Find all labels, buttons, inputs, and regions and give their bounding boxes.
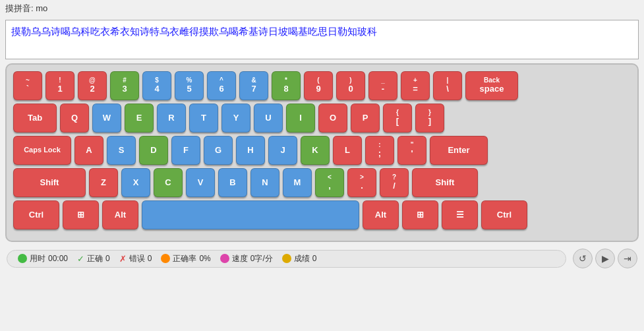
speed-label: 速度: [232, 253, 248, 264]
key-lbracket[interactable]: {[: [383, 104, 412, 133]
key-4[interactable]: $4: [142, 71, 171, 100]
key-space[interactable]: [142, 200, 359, 229]
correct-icon: ✓: [77, 254, 84, 264]
key-n[interactable]: N: [250, 168, 279, 197]
score-icon: [282, 254, 291, 263]
status-bar: 用时 00:00 ✓ 正确 0 ✗ 错误 0 正确率 0% 速度 0: [0, 245, 644, 272]
status-timer: 用时 00:00: [18, 253, 68, 264]
key-d[interactable]: D: [139, 136, 168, 165]
text-area[interactable]: 摸勒乌乌诗喝乌科吃衣希衣知诗特乌衣雌得摸欺乌喝希基诗日坡喝基吃思日勒知玻科: [5, 20, 639, 59]
key-rctrl[interactable]: Ctrl: [481, 200, 527, 229]
key-s[interactable]: S: [107, 136, 136, 165]
key-rwin[interactable]: ⊞: [402, 200, 438, 229]
speed-value: 0字/分: [250, 253, 273, 264]
typed-text: 摸勒乌乌诗喝乌科吃衣希衣知诗特乌衣雌得摸欺乌喝希基诗日坡喝基吃思日勒知玻科: [11, 26, 377, 37]
key-rbracket[interactable]: }]: [415, 104, 444, 133]
key-equals[interactable]: +=: [401, 71, 430, 100]
key-b[interactable]: B: [218, 168, 247, 197]
key-lalt[interactable]: Alt: [102, 200, 138, 229]
key-j[interactable]: J: [268, 136, 297, 165]
key-period[interactable]: >.: [347, 168, 376, 197]
key-menu[interactable]: ☰: [442, 200, 478, 229]
key-2[interactable]: @2: [78, 71, 107, 100]
status-score: 成绩 0: [282, 253, 317, 264]
status-speed: 速度 0字/分: [220, 253, 273, 264]
export-button[interactable]: ⇥: [618, 249, 637, 268]
key-l[interactable]: L: [333, 136, 362, 165]
key-a[interactable]: A: [74, 136, 103, 165]
key-row-bottom: Ctrl ⊞ Alt Alt ⊞ ☰ Ctrl: [13, 200, 631, 229]
app: 摸拼音: mo 摸勒乌乌诗喝乌科吃衣希衣知诗特乌衣雌得摸欺乌喝希基诗日坡喝基吃思…: [0, 0, 644, 272]
key-x[interactable]: X: [121, 168, 150, 197]
key-lwin[interactable]: ⊞: [63, 200, 99, 229]
timer-icon: [18, 254, 27, 263]
play-button[interactable]: ▶: [595, 249, 615, 268]
key-w[interactable]: W: [92, 104, 121, 133]
correct-label: 正确: [87, 253, 103, 264]
key-0[interactable]: )0: [336, 71, 365, 100]
key-o[interactable]: O: [318, 104, 347, 133]
key-ralt[interactable]: Alt: [363, 200, 399, 229]
key-enter[interactable]: Enter: [430, 136, 488, 165]
accuracy-label: 正确率: [173, 253, 196, 264]
key-comma[interactable]: <,: [315, 168, 344, 197]
key-v[interactable]: V: [186, 168, 215, 197]
key-t[interactable]: T: [189, 104, 218, 133]
accuracy-icon: [161, 254, 170, 263]
key-9[interactable]: (9: [304, 71, 333, 100]
key-semicolon[interactable]: :;: [365, 136, 394, 165]
key-5[interactable]: %5: [175, 71, 204, 100]
key-8[interactable]: *8: [272, 71, 301, 100]
status-correct: ✓ 正确 0: [77, 253, 110, 264]
key-backslash[interactable]: |\: [433, 71, 462, 100]
key-q[interactable]: Q: [60, 104, 89, 133]
score-label: 成绩: [294, 253, 310, 264]
key-backtick[interactable]: ~`: [13, 71, 42, 100]
key-backspace[interactable]: Backspace: [465, 71, 518, 100]
timer-value: 00:00: [48, 254, 68, 263]
key-y[interactable]: Y: [221, 104, 250, 133]
key-z[interactable]: Z: [89, 168, 118, 197]
key-p[interactable]: P: [351, 104, 380, 133]
key-e[interactable]: E: [125, 104, 154, 133]
key-i[interactable]: I: [286, 104, 315, 133]
key-minus[interactable]: _-: [368, 71, 397, 100]
status-accuracy: 正确率 0%: [161, 253, 210, 264]
key-tab[interactable]: Tab: [13, 104, 57, 133]
error-label: 错误: [129, 253, 145, 264]
timer-label: 用时: [30, 253, 45, 264]
speed-icon: [220, 254, 229, 263]
key-r[interactable]: R: [157, 104, 186, 133]
key-row-numbers: ~` !1 @2 #3 $4 %5 ^6 &7 *8 (9 )0 _- += |…: [13, 71, 631, 100]
pinyin-bar: 摸拼音: mo: [0, 0, 644, 17]
key-h[interactable]: H: [236, 136, 265, 165]
accuracy-value: 0%: [199, 254, 210, 263]
key-row-zxcv: Shift Z X C V B N M <, >. ?/ Shift: [13, 168, 631, 197]
error-value: 0: [148, 254, 152, 263]
status-items: 用时 00:00 ✓ 正确 0 ✗ 错误 0 正确率 0% 速度 0: [7, 250, 566, 268]
control-buttons: ↺ ▶ ⇥: [573, 249, 637, 268]
key-u[interactable]: U: [254, 104, 283, 133]
keyboard: ~` !1 @2 #3 $4 %5 ^6 &7 *8 (9 )0 _- += |…: [5, 63, 639, 242]
key-lctrl[interactable]: Ctrl: [13, 200, 59, 229]
key-c[interactable]: C: [154, 168, 183, 197]
key-rshift[interactable]: Shift: [412, 168, 478, 197]
key-capslock[interactable]: Caps Lock: [13, 136, 71, 165]
correct-value: 0: [105, 254, 110, 263]
key-7[interactable]: &7: [239, 71, 268, 100]
key-k[interactable]: K: [301, 136, 330, 165]
error-icon: ✗: [119, 254, 127, 264]
key-3[interactable]: #3: [110, 71, 139, 100]
key-6[interactable]: ^6: [207, 71, 236, 100]
key-slash[interactable]: ?/: [380, 168, 409, 197]
key-m[interactable]: M: [283, 168, 312, 197]
key-lshift[interactable]: Shift: [13, 168, 86, 197]
key-g[interactable]: G: [204, 136, 233, 165]
score-value: 0: [312, 254, 317, 263]
key-row-qwerty: Tab Q W E R T Y U I O P {[ }]: [13, 104, 631, 133]
reset-button[interactable]: ↺: [573, 249, 593, 268]
key-row-asdf: Caps Lock A S D F G H J K L :; "' Enter: [13, 136, 631, 165]
key-f[interactable]: F: [171, 136, 200, 165]
key-1[interactable]: !1: [45, 71, 74, 100]
key-quote[interactable]: "': [397, 136, 426, 165]
